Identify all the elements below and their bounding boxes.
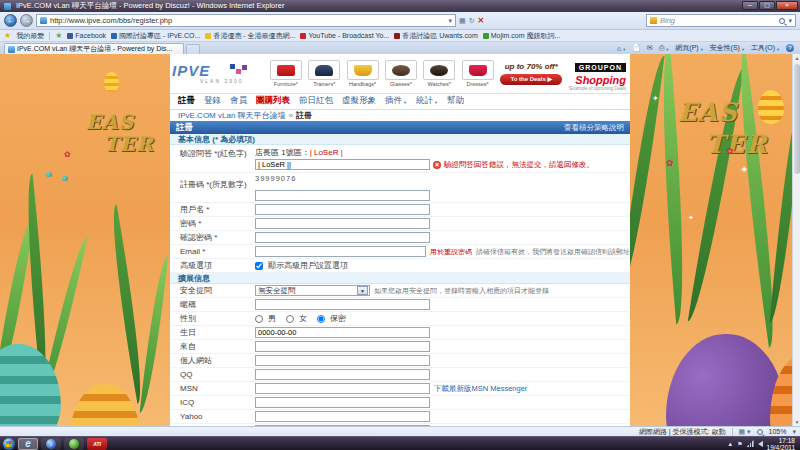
ad-banner[interactable]: IPVE VLAN 2900 Furniture* Trainers* Hand… [170,54,630,94]
stop-icon[interactable]: ✕ [478,16,485,25]
nav-plugins[interactable]: 插件 [385,95,407,107]
gender-female-radio[interactable] [286,315,294,323]
taskbar-ati-button[interactable]: ATI [87,438,107,450]
favorite-item[interactable]: 國際討論專區 - IPvE.CO... [111,31,200,41]
birthday-input[interactable] [255,327,430,338]
nickname-input[interactable] [255,299,430,310]
confirm-password-input[interactable] [255,232,430,243]
qq-input[interactable] [255,369,430,380]
nav-red-packet[interactable]: 節日紅包 [299,95,333,107]
nav-avatar[interactable]: 虛擬形象 [342,95,376,107]
product-box[interactable]: Furniture* [268,60,304,87]
product-box[interactable]: Glasses* [383,60,419,87]
gender-secret-radio[interactable] [317,315,325,323]
tab-title[interactable]: IPvE.COM vLan 聊天平台論壇 - Powered by Dis... [17,44,172,54]
product-label[interactable]: Trainers* [306,81,342,87]
back-button[interactable]: ← [4,14,17,27]
msn-download-link[interactable]: 下載最新版MSN Messenger [434,384,527,394]
favorite-label[interactable]: 香港優惠 - 全港最優惠網... [213,31,295,41]
gender-male-label[interactable]: 男 [268,313,276,324]
email-input[interactable] [255,246,426,257]
search-dropdown-icon[interactable]: ▾ [788,17,792,25]
points-policy-link[interactable]: 查看積分策略說明 [564,123,624,133]
gender-secret-label[interactable]: 保密 [330,313,346,324]
favorites-star-icon[interactable]: ★ [4,31,11,40]
gender-male-radio[interactable] [255,315,263,323]
maximize-button[interactable]: ▢ [759,1,775,10]
nav-deals-list[interactable]: 團購列表 [256,95,290,107]
captcha-input[interactable] [255,159,430,170]
scroll-down-icon[interactable]: ▼ [793,418,800,426]
nav-stats[interactable]: 統計 [416,95,438,107]
from-input[interactable] [255,341,430,352]
taskbar-messenger-button[interactable] [64,438,84,450]
product-label[interactable]: Furniture* [268,81,304,87]
scroll-up-icon[interactable]: ▲ [793,54,800,62]
page-menu[interactable]: 網頁(P) [675,43,703,53]
close-button[interactable]: × [776,1,798,10]
hidden-icons-button[interactable]: ▲ [727,441,733,447]
favorite-item[interactable]: 香港優惠 - 全港最優惠網... [205,31,295,41]
product-label[interactable]: Glasses* [383,81,419,87]
tools-menu[interactable]: 工具(O) [751,43,780,53]
print-button[interactable]: ⎙ [659,44,670,52]
action-center-icon[interactable]: ⚑ [737,440,742,447]
url-text[interactable]: http://www.ipve.com/bbs/register.php [50,16,445,25]
username-input[interactable] [255,204,430,215]
browser-tab[interactable]: IPvE.COM vLan 聊天平台論壇 - Powered by Dis... [4,43,184,54]
taskbar-clock[interactable]: 17:18 19/4/2011 [767,437,797,450]
safety-menu[interactable]: 安全性(S) [710,43,745,53]
favorite-label[interactable]: YouTube - Broadcast Yo... [308,32,389,39]
advanced-checkbox-label[interactable]: 顯示高級用戶設置選項 [268,260,348,271]
nav-login[interactable]: 登錄 [204,95,221,107]
favorite-label[interactable]: 香港討論區 Uwants.com [402,31,477,41]
vertical-scrollbar[interactable]: ▲ ▼ [792,54,800,426]
password-input[interactable] [255,218,430,229]
minimize-button[interactable]: ─ [742,1,758,10]
icq-input[interactable] [255,397,430,408]
taskbar-ie-button[interactable]: e [18,438,38,450]
search-box[interactable]: Bing ▾ [646,14,796,27]
search-engine-label[interactable]: Bing [660,16,776,25]
favorite-item[interactable]: Mojim.com 魔鏡歌詞... [483,31,561,41]
product-box[interactable]: Watches* [421,60,457,87]
advanced-options-checkbox[interactable] [255,262,263,270]
compatibility-view-icon[interactable]: ▦ [459,17,466,25]
zoom-dropdown-icon[interactable]: ▾ [792,428,796,436]
product-box[interactable]: Dresses* [459,60,495,87]
security-question-value[interactable]: 無安全提問 [256,286,357,296]
chevron-down-icon[interactable]: ▼ [357,286,368,295]
volume-icon[interactable] [758,441,763,447]
product-label[interactable]: Dresses* [459,81,495,87]
yahoo-input[interactable] [255,411,430,422]
msn-input[interactable] [255,383,430,394]
favorite-item[interactable]: YouTube - Broadcast Yo... [300,32,389,39]
zoom-magnifier-icon[interactable] [757,429,763,435]
mail-icon[interactable]: ✉ [647,44,653,52]
product-label[interactable]: Watches* [421,81,457,87]
breadcrumb-root-link[interactable]: IPvE.COM vLan 聊天平台論壇 [178,110,286,121]
groupon-logo[interactable]: GROUPON [575,63,626,72]
add-favorite-icon[interactable]: ★ [55,31,62,40]
nav-register[interactable]: 註冊 [178,95,195,107]
change-zoom-icon[interactable]: ▦ ▾ [739,428,751,436]
network-icon[interactable] [747,440,754,447]
favorite-item[interactable]: Facebook [67,32,106,39]
feeds-icon[interactable]: 📄 [632,44,641,52]
new-tab-button[interactable] [186,44,200,54]
url-box[interactable]: http://www.ipve.com/bbs/register.php ▾ [36,14,456,27]
scrollbar-thumb[interactable] [794,64,800,174]
nav-members[interactable]: 會員 [230,95,247,107]
zoom-level[interactable]: 105% [769,428,787,435]
product-label[interactable]: Handbags* [344,81,380,87]
favorites-label[interactable]: 我的最愛 [16,31,44,41]
favorite-label[interactable]: Mojim.com 魔鏡歌詞... [491,31,561,41]
refresh-icon[interactable]: ↻ [469,17,475,25]
nav-help[interactable]: 幫助 [447,95,464,107]
search-icon[interactable] [779,18,785,24]
favorite-label[interactable]: Facebook [75,32,106,39]
url-dropdown-icon[interactable]: ▾ [448,17,452,25]
gender-female-label[interactable]: 女 [299,313,307,324]
home-button[interactable]: ⌂ [617,45,626,52]
forward-button[interactable]: → [20,14,33,27]
